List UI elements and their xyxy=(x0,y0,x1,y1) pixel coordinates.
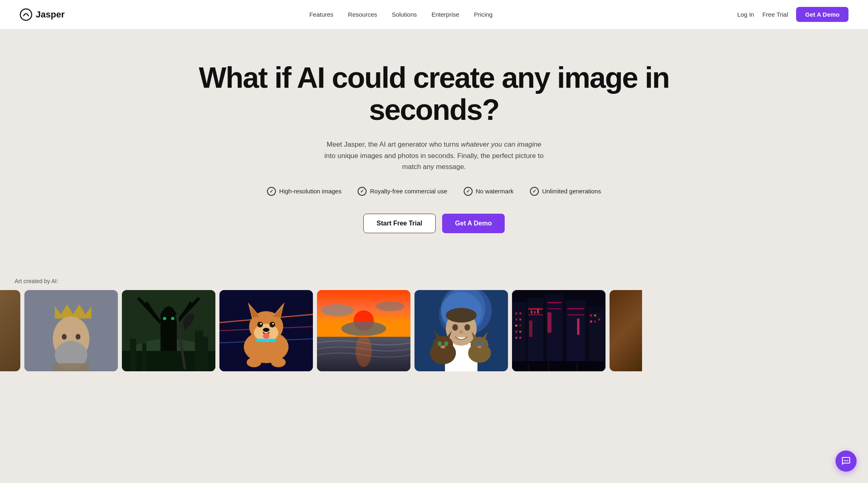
feature-royalty-free: Royalty-free commercial use xyxy=(358,187,447,196)
gallery-cyberpunk-image xyxy=(512,290,605,371)
gallery-item-corgi[interactable] xyxy=(219,290,313,371)
gallery-item-cyberpunk[interactable] xyxy=(512,290,605,371)
nav-pricing[interactable]: Pricing xyxy=(474,11,493,18)
nav-links: Features Resources Solutions Enterprise … xyxy=(309,11,493,18)
get-demo-nav-button[interactable]: Get A Demo xyxy=(796,7,848,22)
gallery-item-sunset[interactable] xyxy=(317,290,410,371)
gallery-king-image xyxy=(24,290,118,371)
gallery-label: Art created by AI: xyxy=(15,278,868,284)
svg-point-66 xyxy=(471,337,488,353)
hero-subtext-end: into unique images and photos in seconds… xyxy=(324,152,543,171)
gallery-item-cats-celebrity[interactable] xyxy=(414,290,508,371)
svg-point-11 xyxy=(171,317,174,320)
feature-unlimited-label: Unlimited generations xyxy=(542,188,601,195)
feature-high-res: High-resolution images xyxy=(267,187,341,196)
gallery-section: Art created by AI: xyxy=(0,278,868,388)
svg-rect-16 xyxy=(203,337,208,371)
svg-point-56 xyxy=(464,324,470,331)
svg-point-45 xyxy=(356,335,372,367)
nav-solutions[interactable]: Solutions xyxy=(392,11,417,18)
nav-enterprise[interactable]: Enterprise xyxy=(432,11,459,18)
svg-point-115 xyxy=(844,460,845,461)
gallery-creature-image xyxy=(122,290,215,371)
gallery-corgi-image xyxy=(219,290,313,371)
svg-point-70 xyxy=(480,341,484,346)
navigation: Jasper Features Resources Solutions Ente… xyxy=(0,0,868,29)
brand-name: Jasper xyxy=(36,9,65,20)
check-icon-high-res xyxy=(267,187,276,196)
svg-point-69 xyxy=(475,341,479,346)
feature-unlimited: Unlimited generations xyxy=(530,187,601,196)
gallery-item-partial-right xyxy=(610,290,642,371)
svg-point-64 xyxy=(441,345,445,349)
svg-point-116 xyxy=(846,460,847,461)
gallery-strip xyxy=(0,290,868,371)
hero-features: High-resolution images Royalty-free comm… xyxy=(16,187,852,196)
svg-point-55 xyxy=(452,324,458,331)
svg-point-59 xyxy=(433,336,453,354)
svg-rect-5 xyxy=(53,363,89,371)
svg-point-42 xyxy=(376,301,404,311)
free-trial-nav-button[interactable]: Free Trial xyxy=(762,11,788,18)
hero-subtext: Meet Jasper, the AI art generator who tu… xyxy=(320,139,548,172)
svg-point-6 xyxy=(62,334,67,340)
svg-point-10 xyxy=(163,317,166,320)
feature-royalty-free-label: Royalty-free commercial use xyxy=(370,188,447,195)
start-free-trial-button[interactable]: Start Free Trial xyxy=(363,214,436,233)
jasper-logo-icon xyxy=(20,8,33,21)
svg-point-63 xyxy=(444,341,448,346)
check-icon-unlimited xyxy=(530,187,539,196)
gallery-item-partial-left xyxy=(0,290,20,371)
svg-point-117 xyxy=(847,460,848,461)
svg-point-54 xyxy=(446,308,477,323)
gallery-cats-image xyxy=(414,290,508,371)
nav-actions: Log In Free Trial Get A Demo xyxy=(737,7,848,22)
hero-subtext-italic: whatever you can imagine xyxy=(461,141,542,148)
svg-rect-15 xyxy=(195,331,203,371)
svg-rect-13 xyxy=(130,339,136,371)
svg-point-62 xyxy=(438,341,442,346)
gallery-item-king[interactable] xyxy=(24,290,118,371)
svg-point-41 xyxy=(321,304,354,316)
hero-section: What if AI could create any image in sec… xyxy=(0,29,868,278)
nav-resources[interactable]: Resources xyxy=(348,11,377,18)
hero-subtext-plain: Meet Jasper, the AI art generator who tu… xyxy=(327,141,461,148)
svg-point-0 xyxy=(20,9,32,20)
svg-point-57 xyxy=(459,330,463,334)
nav-features[interactable]: Features xyxy=(309,11,333,18)
brand-logo[interactable]: Jasper xyxy=(20,8,65,21)
hero-ctas: Start Free Trial Get A Demo xyxy=(16,214,852,233)
check-icon-no-watermark xyxy=(464,187,473,196)
feature-high-res-label: High-resolution images xyxy=(279,188,341,195)
check-icon-royalty-free xyxy=(358,187,367,196)
feature-no-watermark-label: No watermark xyxy=(476,188,514,195)
hero-headline: What if AI could create any image in sec… xyxy=(190,62,678,126)
get-demo-hero-button[interactable]: Get A Demo xyxy=(442,214,505,233)
svg-point-43 xyxy=(341,321,386,336)
svg-rect-114 xyxy=(512,290,605,371)
feature-no-watermark: No watermark xyxy=(464,187,514,196)
chat-bubble-button[interactable] xyxy=(835,451,857,472)
svg-point-71 xyxy=(477,346,482,348)
gallery-item-dark-creature[interactable] xyxy=(122,290,215,371)
svg-rect-14 xyxy=(142,343,146,371)
svg-point-7 xyxy=(76,334,80,340)
gallery-sunset-image xyxy=(317,290,410,371)
login-button[interactable]: Log In xyxy=(737,11,754,18)
chat-icon xyxy=(841,456,851,466)
